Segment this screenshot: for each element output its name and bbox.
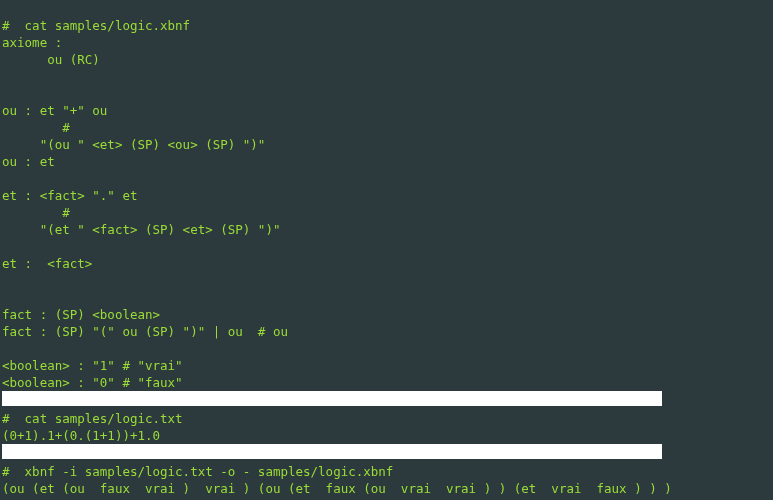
terminal-line: et : <fact> "." et bbox=[2, 187, 771, 204]
terminal-line: ou : et "+" ou bbox=[2, 102, 771, 119]
terminal-text: axiome : bbox=[2, 35, 62, 50]
terminal-line: "(ou " <et> (SP) <ou> (SP) ")" bbox=[2, 136, 771, 153]
terminal-text: # bbox=[2, 120, 70, 135]
terminal-text: fact : (SP) <boolean> bbox=[2, 307, 160, 322]
terminal-line bbox=[2, 289, 771, 306]
terminal-text: fact : (SP) "(" ou (SP) ")" | ou # ou bbox=[2, 324, 288, 339]
terminal-text: ou : et "+" ou bbox=[2, 103, 107, 118]
terminal-line: (0+1).1+(0.(1+1))+1.0 bbox=[2, 427, 771, 444]
terminal-text: # bbox=[2, 205, 70, 220]
terminal-line bbox=[2, 340, 771, 357]
terminal-line: # bbox=[2, 204, 771, 221]
terminal-line: <boolean> : "0" # "faux" bbox=[2, 374, 771, 391]
terminal-line: et : <fact> bbox=[2, 255, 771, 272]
inverse-bar bbox=[2, 444, 662, 459]
terminal-line bbox=[2, 391, 771, 410]
terminal-line bbox=[2, 272, 771, 289]
terminal-line bbox=[2, 170, 771, 187]
terminal-line: axiome : bbox=[2, 34, 771, 51]
terminal-line: fact : (SP) "(" ou (SP) ")" | ou # ou bbox=[2, 323, 771, 340]
terminal-text: ou : et bbox=[2, 154, 55, 169]
inverse-bar bbox=[2, 391, 662, 406]
terminal-line: (ou (et (ou faux vrai ) vrai ) (ou (et f… bbox=[2, 480, 771, 497]
terminal-line: # xbnf -i samples/logic.txt -o - samples… bbox=[2, 463, 771, 480]
terminal-line: <boolean> : "1" # "vrai" bbox=[2, 357, 771, 374]
terminal-line: # cat samples/logic.xbnf bbox=[2, 17, 771, 34]
terminal-text: <boolean> : "1" # "vrai" bbox=[2, 358, 183, 373]
terminal-text: "(ou " <et> (SP) <ou> (SP) ")" bbox=[2, 137, 265, 152]
terminal-line: # cat samples/logic.txt bbox=[2, 410, 771, 427]
terminal-text: <boolean> : "0" # "faux" bbox=[2, 375, 183, 390]
terminal-line bbox=[2, 85, 771, 102]
terminal-text: # cat samples/logic.txt bbox=[2, 411, 183, 426]
terminal-text: (ou (et (ou faux vrai ) vrai ) (ou (et f… bbox=[2, 481, 672, 496]
terminal-text: # cat samples/logic.xbnf bbox=[2, 18, 190, 33]
terminal-line: # bbox=[2, 119, 771, 136]
terminal-line bbox=[2, 68, 771, 85]
terminal-line: ou (RC) bbox=[2, 51, 771, 68]
terminal-text: ou (RC) bbox=[2, 52, 100, 67]
terminal[interactable]: # cat samples/logic.xbnfaxiome : ou (RC)… bbox=[0, 0, 773, 497]
terminal-text: (0+1).1+(0.(1+1))+1.0 bbox=[2, 428, 160, 443]
terminal-line: fact : (SP) <boolean> bbox=[2, 306, 771, 323]
terminal-text: # xbnf -i samples/logic.txt -o - samples… bbox=[2, 464, 393, 479]
terminal-text: "(et " <fact> (SP) <et> (SP) ")" bbox=[2, 222, 280, 237]
terminal-text: et : <fact> bbox=[2, 256, 92, 271]
terminal-line bbox=[2, 444, 771, 463]
terminal-text: et : <fact> "." et bbox=[2, 188, 137, 203]
terminal-line: "(et " <fact> (SP) <et> (SP) ")" bbox=[2, 221, 771, 238]
terminal-line: ou : et bbox=[2, 153, 771, 170]
terminal-line bbox=[2, 238, 771, 255]
